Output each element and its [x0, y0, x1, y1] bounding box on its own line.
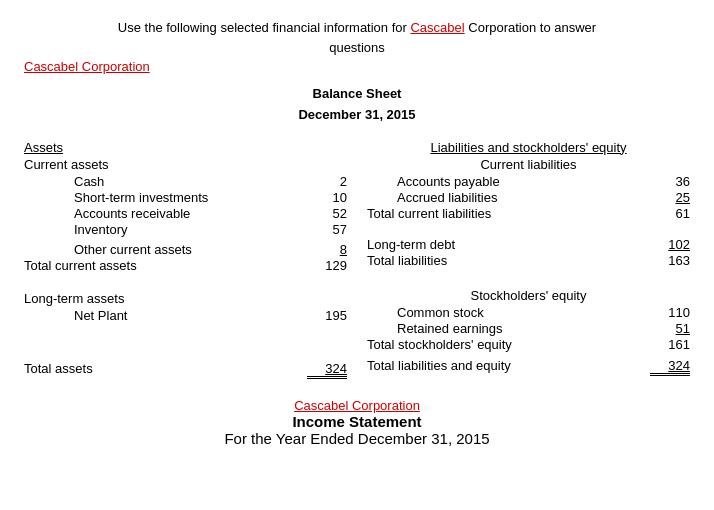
income-statement-title: Income Statement	[24, 413, 690, 430]
net-plant-value: 195	[307, 308, 347, 323]
intro-text-line1: Use the following selected financial inf…	[118, 20, 411, 35]
balance-sheet-title: Balance Sheet	[24, 84, 690, 105]
intro-line2: questions	[329, 40, 385, 55]
accrued-liabilities-value: 25	[650, 190, 690, 205]
net-plant-label: Net Plant	[74, 308, 307, 323]
income-statement-subtitle: For the Year Ended December 31, 2015	[24, 430, 690, 447]
total-current-liabilities-value: 61	[650, 206, 690, 221]
long-term-debt-value: 102	[650, 237, 690, 252]
total-liabilities-label: Total liabilities	[367, 253, 650, 268]
total-liabilities-equity-line: Total liabilities and equity 324	[367, 358, 690, 376]
inventory-value: 57	[307, 222, 347, 237]
balance-sheet-container: Assets Current assets Cash 2 Short-term …	[24, 140, 690, 380]
liabilities-header: Liabilities and stockholders' equity	[367, 140, 690, 155]
long-term-debt-line: Long-term debt 102	[367, 237, 690, 252]
inventory-line: Inventory 57	[24, 222, 347, 237]
accounts-receivable-label: Accounts receivable	[74, 206, 307, 221]
balance-sheet-date: December 31, 2015	[24, 105, 690, 126]
common-stock-label: Common stock	[367, 305, 650, 320]
current-assets-label: Current assets	[24, 157, 347, 172]
total-stockholders-equity-value: 161	[650, 337, 690, 352]
sheet-title: Balance Sheet December 31, 2015	[24, 84, 690, 126]
accounts-receivable-line: Accounts receivable 52	[24, 206, 347, 221]
accounts-payable-label: Accounts payable	[367, 174, 650, 189]
total-current-assets-value: 129	[307, 258, 347, 273]
other-current-assets-line: Other current assets 8	[24, 242, 347, 257]
stockholders-equity-header: Stockholders' equity	[367, 288, 690, 303]
bottom-company-name: Cascabel Corporation	[24, 398, 690, 413]
accounts-receivable-value: 52	[307, 206, 347, 221]
accounts-payable-line: Accounts payable 36	[367, 174, 690, 189]
short-term-line: Short-term investments 10	[24, 190, 347, 205]
total-assets-label: Total assets	[24, 361, 307, 379]
retained-earnings-label: Retained earnings	[367, 321, 650, 336]
total-liabilities-equity-value: 324	[650, 358, 690, 376]
intro-text-line1-end: Corporation to answer	[465, 20, 597, 35]
accrued-liabilities-line: Accrued liabilities 25	[367, 190, 690, 205]
total-assets-line: Total assets 324	[24, 361, 347, 379]
short-term-label: Short-term investments	[74, 190, 307, 205]
current-liabilities-label: Current liabilities	[367, 157, 690, 172]
accrued-liabilities-label: Accrued liabilities	[367, 190, 650, 205]
common-stock-value: 110	[650, 305, 690, 320]
total-current-assets-line: Total current assets 129	[24, 258, 347, 273]
cash-label: Cash	[74, 174, 307, 189]
liabilities-column: Liabilities and stockholders' equity Cur…	[357, 140, 690, 380]
net-plant-line: Net Plant 195	[24, 308, 347, 323]
total-current-liabilities-label: Total current liabilities	[367, 206, 650, 221]
short-term-value: 10	[307, 190, 347, 205]
company-left: Cascabel Corporation	[24, 59, 690, 74]
total-current-liabilities-line: Total current liabilities 61	[367, 206, 690, 221]
retained-earnings-line: Retained earnings 51	[367, 321, 690, 336]
total-stockholders-equity-line: Total stockholders' equity 161	[367, 337, 690, 352]
bottom-section: Cascabel Corporation Income Statement Fo…	[24, 398, 690, 447]
inventory-label: Inventory	[74, 222, 307, 237]
intro-paragraph: Use the following selected financial inf…	[24, 18, 690, 57]
long-term-debt-label: Long-term debt	[367, 237, 650, 252]
total-liabilities-equity-label: Total liabilities and equity	[367, 358, 650, 376]
total-liabilities-line: Total liabilities 163	[367, 253, 690, 268]
long-term-assets-label: Long-term assets	[24, 291, 347, 306]
total-current-assets-label: Total current assets	[24, 258, 307, 273]
other-current-assets-label: Other current assets	[74, 242, 307, 257]
common-stock-line: Common stock 110	[367, 305, 690, 320]
total-assets-value: 324	[307, 361, 347, 379]
assets-column: Assets Current assets Cash 2 Short-term …	[24, 140, 357, 380]
assets-header: Assets	[24, 140, 347, 155]
other-current-assets-value: 8	[307, 242, 347, 257]
total-liabilities-value: 163	[650, 253, 690, 268]
accounts-payable-value: 36	[650, 174, 690, 189]
cash-value: 2	[307, 174, 347, 189]
total-stockholders-equity-label: Total stockholders' equity	[367, 337, 650, 352]
company-name-link: Cascabel	[410, 20, 464, 35]
cash-line: Cash 2	[24, 174, 347, 189]
retained-earnings-value: 51	[650, 321, 690, 336]
